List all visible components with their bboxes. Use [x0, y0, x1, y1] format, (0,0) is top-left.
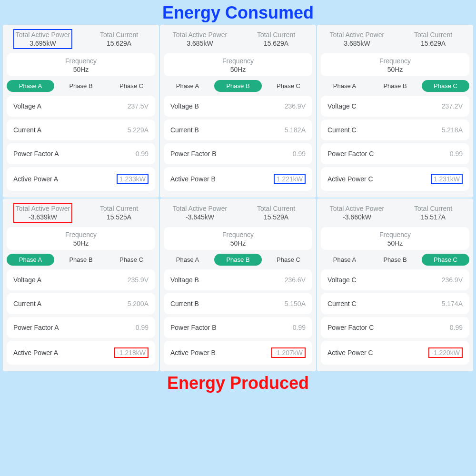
metric-row-label: Power Factor B [170, 150, 216, 158]
tab-phase-c[interactable]: Phase C [265, 80, 312, 92]
metric-row: Power Factor B0.99 [164, 317, 312, 338]
tab-phase-b[interactable]: Phase B [57, 254, 105, 266]
metric-row: Active Power A-1.218kW [7, 341, 155, 365]
metric-row-label: Voltage B [170, 276, 199, 284]
metric-row-value: 237.5V [128, 102, 149, 110]
metric-row: Current B5.182A [164, 119, 312, 140]
summary-row: Total Active Power3.685kWTotal Current15… [164, 30, 312, 51]
metric-row-value: 1.233kW [117, 174, 149, 184]
frequency-value: 50Hz [164, 66, 312, 73]
total-current-value: 15.629A [414, 40, 452, 47]
metric-row-value: 1.231kW [431, 174, 463, 184]
total-current-cell: Total Current15.529A [243, 203, 309, 222]
metric-row-value: -1.220kW [428, 347, 463, 358]
metric-row-value: 236.9V [285, 102, 306, 110]
tab-phase-a[interactable]: Phase A [164, 254, 211, 266]
metric-row-value: 5.229A [128, 126, 149, 134]
metric-row-label: Current A [13, 126, 41, 134]
total-active-power-value: -3.645kW [173, 213, 227, 221]
metric-row-label: Active Power B [170, 349, 216, 357]
metric-row-value: 237.2V [442, 102, 463, 110]
total-active-power-cell: Total Active Power-3.660kW [324, 203, 390, 222]
tab-phase-a[interactable]: Phase A [7, 254, 54, 266]
metric-row-value: 0.99 [450, 150, 463, 158]
metric-row-value: 236.6V [285, 276, 306, 284]
metric-row-label: Voltage C [327, 102, 357, 110]
metric-row-value: 0.99 [136, 150, 149, 158]
metric-row-label: Current B [170, 300, 199, 307]
metric-row-value: 0.99 [293, 324, 306, 331]
tab-phase-c[interactable]: Phase C [108, 254, 155, 266]
total-current-cell: Total Current15.629A [243, 30, 309, 49]
frequency-block: Frequency50Hz [164, 227, 312, 250]
frequency-label: Frequency [7, 57, 155, 65]
tab-phase-b[interactable]: Phase B [371, 254, 419, 266]
total-active-power-label: Total Active Power [16, 205, 70, 212]
total-current-cell: Total Current15.629A [86, 30, 152, 49]
total-current-value: 15.529A [257, 213, 295, 221]
total-active-power-value: -3.660kW [330, 213, 384, 221]
metric-row-label: Current B [170, 126, 199, 134]
metric-row: Voltage C237.2V [321, 96, 469, 117]
metrics-card: Total Active Power3.685kWTotal Current15… [160, 25, 316, 198]
total-current-value: 15.629A [100, 40, 138, 47]
metric-row-label: Current A [13, 300, 41, 307]
total-current-value: 15.629A [257, 40, 295, 47]
frequency-label: Frequency [321, 231, 469, 238]
total-active-power-label: Total Active Power [330, 205, 384, 212]
metrics-card: Total Active Power3.685kWTotal Current15… [317, 25, 473, 198]
total-current-cell: Total Current15.517A [400, 203, 466, 222]
total-current-label: Total Current [100, 205, 138, 212]
tab-phase-c[interactable]: Phase C [108, 80, 155, 92]
frequency-block: Frequency50Hz [321, 227, 469, 250]
metric-row-label: Active Power B [170, 175, 216, 183]
metric-row-label: Current C [327, 300, 357, 307]
metric-row-value: 5.218A [442, 126, 463, 134]
metric-row-label: Power Factor B [170, 324, 216, 331]
metric-row: Voltage A235.9V [7, 269, 155, 290]
metric-row-value: 235.9V [128, 276, 149, 284]
total-current-cell: Total Current15.629A [400, 30, 466, 49]
total-current-label: Total Current [100, 31, 138, 39]
summary-row: Total Active Power-3.639kWTotal Current1… [7, 203, 155, 225]
total-active-power-value: 3.685kW [173, 40, 227, 47]
frequency-value: 50Hz [7, 66, 155, 73]
tab-phase-c[interactable]: Phase C [265, 254, 312, 266]
summary-row: Total Active Power-3.645kWTotal Current1… [164, 203, 312, 225]
phase-tabs: Phase APhase BPhase C [7, 80, 155, 92]
total-active-power-label: Total Active Power [330, 31, 384, 39]
metric-row-value: 0.99 [450, 324, 463, 331]
tab-phase-b[interactable]: Phase B [371, 80, 419, 92]
total-current-label: Total Current [257, 205, 295, 212]
metric-row: Current B5.150A [164, 293, 312, 314]
tab-phase-a[interactable]: Phase A [164, 80, 211, 92]
total-active-power-cell: Total Active Power3.685kW [167, 30, 233, 49]
tab-phase-c[interactable]: Phase C [422, 80, 469, 92]
metric-row-label: Power Factor A [13, 150, 59, 158]
metrics-card: Total Active Power-3.639kWTotal Current1… [3, 198, 159, 371]
total-active-power-value: 3.695kW [16, 40, 70, 47]
total-current-cell: Total Current15.525A [86, 203, 152, 222]
metrics-card: Total Active Power3.695kWTotal Current15… [3, 25, 159, 198]
tab-phase-b[interactable]: Phase B [214, 80, 262, 92]
total-active-power-cell: Total Active Power-3.645kW [167, 203, 233, 222]
tab-phase-a[interactable]: Phase A [321, 80, 368, 92]
metric-row-label: Active Power C [327, 175, 373, 183]
frequency-value: 50Hz [321, 239, 469, 247]
metric-row-value: 1.221kW [274, 174, 306, 184]
tab-phase-a[interactable]: Phase A [7, 80, 54, 92]
total-active-power-cell: Total Active Power3.685kW [324, 30, 390, 49]
total-active-power-label: Total Active Power [173, 205, 227, 212]
title-energy-produced: Energy Produced [0, 371, 476, 396]
metric-row: Power Factor A0.99 [7, 143, 155, 164]
metric-row-value: 5.182A [285, 126, 306, 134]
tab-phase-a[interactable]: Phase A [321, 254, 368, 266]
tab-phase-c[interactable]: Phase C [422, 254, 469, 266]
phase-tabs: Phase APhase BPhase C [164, 80, 312, 92]
metrics-card: Total Active Power-3.660kWTotal Current1… [317, 198, 473, 371]
metric-row: Active Power A1.233kW [7, 167, 155, 191]
tab-phase-b[interactable]: Phase B [57, 80, 105, 92]
metric-row-value: 1.233kW [117, 174, 149, 184]
tab-phase-b[interactable]: Phase B [214, 254, 262, 266]
metric-row: Active Power B1.221kW [164, 167, 312, 191]
